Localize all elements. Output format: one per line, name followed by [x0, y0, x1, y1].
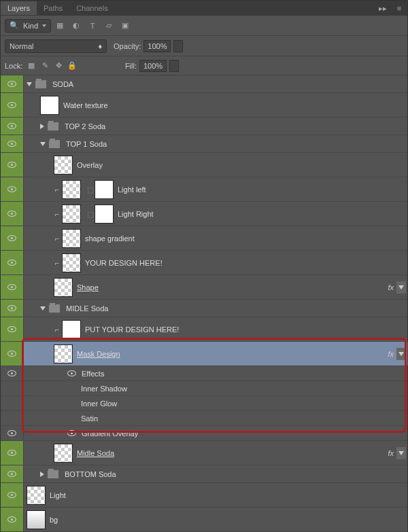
filter-type-icon[interactable]: T [88, 21, 97, 31]
collapse-icon[interactable]: ▸▸ [378, 3, 388, 13]
fx-expand-button[interactable] [396, 447, 406, 459]
layer-row[interactable]: Midle Sodafx [1, 441, 407, 465]
layer-row[interactable]: ⌐PUT YOUR DESIGN HERE! [1, 317, 407, 342]
layer-name-label[interactable]: Overlay [77, 161, 103, 169]
layer-thumbnail[interactable] [62, 229, 81, 248]
layer-name-label[interactable]: Light Right [118, 210, 154, 218]
fx-expand-button[interactable] [396, 281, 406, 294]
layer-row[interactable]: TOP 1 Soda [1, 135, 407, 153]
visibility-toggle[interactable] [1, 508, 24, 531]
tab-layers[interactable]: Layers [1, 1, 37, 15]
layer-name-label[interactable]: TOP 2 Soda [65, 122, 105, 130]
layer-thumbnail[interactable] [27, 510, 46, 529]
layer-name-label[interactable]: Midle Soda [77, 449, 114, 457]
blend-mode-dropdown[interactable]: Normal♦ [5, 39, 107, 53]
layer-row[interactable]: bg [1, 508, 407, 532]
layer-thumbnail[interactable] [62, 320, 81, 339]
layer-thumbnail[interactable] [27, 486, 46, 505]
visibility-toggle[interactable] [1, 396, 24, 410]
layer-name-label[interactable]: Light [50, 491, 66, 499]
layer-row[interactable]: ⌐YOUR DESIGN HERE! [1, 251, 407, 275]
disclosure-arrow[interactable] [40, 124, 44, 129]
layer-row[interactable]: Water texture [1, 93, 407, 118]
layer-row[interactable]: TOP 2 Soda [1, 118, 407, 135]
layer-thumbnail[interactable] [54, 444, 73, 463]
visibility-toggle[interactable] [1, 202, 24, 226]
layer-name-label[interactable]: Shape [77, 283, 99, 291]
layer-row[interactable]: Overlay [1, 153, 407, 177]
filter-shape-icon[interactable]: ▱ [104, 21, 114, 31]
opacity-stepper[interactable] [173, 40, 183, 52]
disclosure-arrow[interactable] [40, 472, 44, 477]
layer-row[interactable]: Effects [1, 366, 407, 381]
layer-name-label[interactable]: Inner Shadow [81, 385, 127, 393]
layer-row[interactable]: Gradient Overlay [1, 426, 407, 441]
visibility-toggle[interactable] [1, 118, 24, 135]
layer-thumbnail[interactable] [54, 344, 73, 363]
visibility-toggle[interactable] [1, 177, 24, 201]
layer-name-label[interactable]: Effects [82, 370, 104, 378]
layer-row[interactable]: ⌐⬚Light Right [1, 202, 407, 226]
layer-row[interactable]: ⌐⬚Light left [1, 177, 407, 202]
lock-all-icon[interactable]: 🔒 [67, 61, 77, 71]
visibility-toggle[interactable] [1, 135, 24, 152]
fill-input[interactable] [139, 60, 167, 72]
layer-thumbnail[interactable] [62, 205, 81, 224]
visibility-toggle[interactable] [1, 411, 24, 425]
mask-thumbnail[interactable] [95, 180, 114, 199]
filter-smart-icon[interactable]: ▣ [120, 21, 130, 31]
fx-expand-button[interactable] [396, 348, 406, 360]
visibility-toggle[interactable] [1, 300, 24, 317]
layer-thumbnail[interactable] [62, 253, 81, 272]
visibility-toggle[interactable] [1, 465, 24, 482]
link-icon[interactable]: ⬚ [87, 185, 92, 194]
filter-pixel-icon[interactable]: ▦ [55, 21, 65, 31]
layer-thumbnail[interactable] [54, 278, 73, 297]
link-icon[interactable]: ⬚ [87, 210, 92, 218]
lock-transparency-icon[interactable]: ▩ [27, 61, 36, 71]
filter-adjustment-icon[interactable]: ◐ [71, 21, 81, 31]
layer-row[interactable]: Shape fx [1, 275, 407, 300]
layer-name-label[interactable]: Inner Glow [81, 400, 117, 408]
layer-row[interactable]: ⌐shape gradient [1, 226, 407, 251]
layer-row[interactable]: MIDLE Soda [1, 300, 407, 317]
layer-name-label[interactable]: Satin [81, 414, 98, 423]
visibility-toggle[interactable] [1, 483, 24, 507]
panel-menu-icon[interactable]: ≡ [394, 3, 404, 13]
layer-row[interactable]: SODA [1, 75, 407, 93]
layer-name-label[interactable]: SODA [52, 80, 73, 88]
layer-name-label[interactable]: bg [50, 516, 58, 524]
layer-name-label[interactable]: BOTTOM Soda [65, 470, 116, 478]
layer-name-label[interactable]: shape gradient [85, 234, 135, 243]
layer-name-label[interactable]: MIDLE Soda [66, 304, 108, 313]
visibility-toggle[interactable] [1, 153, 24, 177]
visibility-toggle[interactable] [1, 366, 24, 380]
layer-name-label[interactable]: Water texture [63, 101, 108, 109]
opacity-input[interactable] [143, 40, 171, 52]
layer-row[interactable]: Satin [1, 411, 407, 426]
visibility-toggle[interactable] [1, 381, 24, 395]
visibility-toggle[interactable] [1, 275, 24, 299]
layer-name-label[interactable]: Gradient Overlay [82, 429, 138, 438]
visibility-toggle[interactable] [1, 93, 24, 117]
tab-paths[interactable]: Paths [37, 1, 69, 15]
lock-pixels-icon[interactable]: ✎ [40, 61, 50, 71]
layer-thumbnail[interactable] [62, 180, 81, 199]
layer-name-label[interactable]: PUT YOUR DESIGN HERE! [85, 325, 179, 334]
fill-stepper[interactable] [169, 60, 179, 72]
visibility-toggle[interactable] [1, 426, 24, 440]
tab-channels[interactable]: Channels [69, 1, 114, 15]
layer-thumbnail[interactable] [54, 156, 73, 175]
layer-row[interactable]: Mask Design fx [1, 342, 407, 366]
layer-name-label[interactable]: Light left [118, 185, 146, 194]
layer-thumbnail[interactable] [40, 96, 59, 115]
layer-row[interactable]: Inner Shadow [1, 381, 407, 396]
layer-name-label[interactable]: TOP 1 Soda [66, 140, 107, 148]
kind-filter-dropdown[interactable]: 🔍Kind [5, 19, 51, 33]
disclosure-arrow[interactable] [40, 142, 46, 146]
visibility-toggle[interactable] [1, 75, 24, 92]
layer-name-label[interactable]: Mask Design [77, 350, 120, 358]
visibility-toggle[interactable] [1, 317, 24, 341]
visibility-toggle[interactable] [1, 251, 24, 274]
layer-name-label[interactable]: YOUR DESIGN HERE! [85, 259, 163, 267]
